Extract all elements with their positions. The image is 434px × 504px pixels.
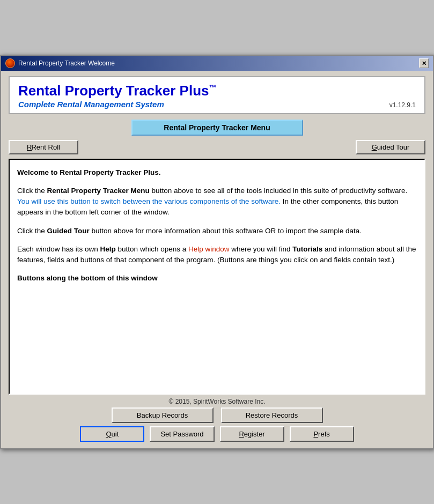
tm-symbol: ™ [209,84,216,92]
main-window: Rental Property Tracker Welcome ✕ Rental… [0,55,434,449]
header-banner: Rental Property Tracker Plus™ Complete R… [9,76,425,114]
prefs-button[interactable]: Prefs [290,426,354,442]
close-button[interactable]: ✕ [419,58,429,68]
content-section-heading: Buttons along the bottom of this window [17,273,417,284]
menu-button-container: Rental Property Tracker Menu [9,120,425,136]
menu-button[interactable]: Rental Property Tracker Menu [131,120,303,136]
header-version: v1.12.9.1 [389,101,416,109]
content-heading: Welcome to Rental Property Tracker Plus. [17,167,417,178]
content-area[interactable]: Welcome to Rental Property Tracker Plus.… [9,159,425,395]
rent-roll-button[interactable]: RRent Roll [9,140,78,154]
top-buttons: RRent Roll Guided Tour [9,140,425,154]
header-title-block: Rental Property Tracker Plus™ Complete R… [18,83,216,108]
quit-button[interactable]: Quit [80,426,144,442]
window-content: Rental Property Tracker Plus™ Complete R… [1,71,433,448]
window-title: Rental Property Tracker Welcome [18,60,115,67]
title-bar: Rental Property Tracker Welcome ✕ [1,56,433,71]
register-button[interactable]: Register [220,426,284,442]
copyright: © 2015, SpiritWorks Software Inc. [9,395,425,407]
content-para3: Each window has its own Help button whic… [17,244,417,266]
app-icon [5,58,15,68]
header-main-title: Rental Property Tracker Plus™ [18,83,216,99]
guided-tour-underline: G [372,143,377,151]
header-subtitle: Complete Rental Management System [18,100,216,109]
content-para2: Click the Guided Tour button above for m… [17,226,417,236]
bottom-buttons-row2: Quit Set Password Register Prefs [9,426,425,442]
content-para1: Click the Rental Property Tracker Menu b… [17,186,417,218]
restore-records-button[interactable]: Restore Records [221,407,323,423]
guided-tour-button[interactable]: Guided Tour [356,140,425,154]
backup-records-button[interactable]: Backup Records [112,407,214,423]
set-password-button[interactable]: Set Password [150,426,214,442]
bottom-buttons-row1: Backup Records Restore Records [9,407,425,423]
title-bar-left: Rental Property Tracker Welcome [5,58,115,68]
